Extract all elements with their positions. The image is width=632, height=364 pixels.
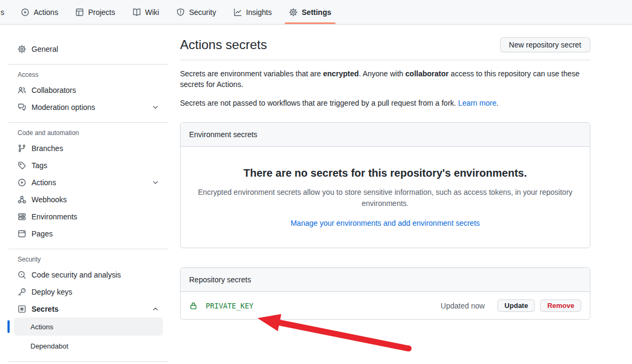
graph-icon bbox=[233, 8, 242, 17]
sidebar-item-code-security-and-analysis[interactable]: Code security and analysis bbox=[9, 266, 168, 283]
sidebar-item-label: Moderation options bbox=[32, 103, 95, 112]
sidebar-divider bbox=[9, 64, 168, 65]
sidebar-item-moderation-options[interactable]: Moderation options bbox=[9, 99, 168, 116]
lock-icon bbox=[189, 302, 198, 310]
sidebar-item-collaborators[interactable]: Collaborators bbox=[9, 82, 168, 99]
sidebar-item-label: Branches bbox=[32, 144, 63, 153]
secrets-intro-paragraph: Secrets are environment variables that a… bbox=[180, 68, 590, 90]
tab-label: Settings bbox=[302, 8, 331, 17]
sidebar-item-label: Collaborators bbox=[32, 86, 76, 94]
sidebar-subitem-secrets-actions[interactable]: Actions bbox=[14, 318, 163, 336]
tab-projects[interactable]: Projects bbox=[71, 0, 120, 24]
gear-icon bbox=[289, 8, 298, 17]
intro-text: . Anyone with bbox=[359, 69, 405, 78]
tab-security[interactable]: Security bbox=[172, 0, 221, 24]
chevron-down-icon bbox=[151, 178, 160, 187]
table-icon bbox=[75, 8, 84, 17]
asterisk-box-icon bbox=[18, 305, 26, 313]
environment-secrets-box: Environment secrets There are no secrets… bbox=[180, 122, 590, 248]
book-icon bbox=[132, 8, 141, 17]
tab-label: Actions bbox=[34, 8, 58, 17]
intro-text: Secrets are not passed to workflows that… bbox=[180, 99, 458, 107]
sidebar-item-label: Secrets bbox=[32, 305, 59, 313]
intro-bold-collaborator: collaborator bbox=[405, 69, 449, 78]
settings-sidebar: General Access Collaborators Moderation … bbox=[0, 25, 168, 364]
sidebar-item-tags[interactable]: Tags bbox=[9, 157, 168, 174]
intro-text: Secrets are environment variables that a… bbox=[180, 69, 323, 78]
gear-icon bbox=[18, 45, 26, 53]
server-icon bbox=[18, 212, 26, 221]
sidebar-divider bbox=[9, 361, 168, 362]
tab-actions[interactable]: Actions bbox=[17, 0, 63, 24]
sidebar-item-webhooks[interactable]: Webhooks bbox=[9, 191, 168, 208]
chevron-up-icon bbox=[151, 305, 160, 313]
page-title: Actions secrets bbox=[180, 37, 267, 52]
learn-more-link[interactable]: Learn more bbox=[458, 99, 497, 107]
blankslate-title: There are no secrets for this repository… bbox=[187, 167, 583, 179]
secret-row: PRIVATE_KEY Updated now Update Remove bbox=[181, 292, 590, 319]
repository-secrets-header: Repository secrets bbox=[181, 268, 590, 292]
comment-discussion-icon bbox=[18, 103, 26, 112]
sidebar-item-actions[interactable]: Actions bbox=[9, 174, 168, 191]
tab-label: Insights bbox=[246, 8, 272, 17]
play-icon bbox=[18, 178, 26, 187]
sidebar-item-deploy-keys[interactable]: Deploy keys bbox=[9, 283, 168, 300]
sidebar-item-label: Pages bbox=[32, 230, 53, 238]
intro-bold-encrypted: encrypted bbox=[323, 69, 359, 78]
sidebar-item-label: Webhooks bbox=[32, 195, 67, 204]
intro-text: . bbox=[496, 99, 498, 107]
sidebar-item-label: Deploy keys bbox=[32, 288, 72, 296]
remove-secret-button[interactable]: Remove bbox=[540, 299, 581, 312]
key-icon bbox=[18, 288, 26, 296]
sidebar-section-code-and-automation: Code and automation bbox=[9, 129, 168, 137]
webhook-icon bbox=[18, 195, 26, 204]
manage-environments-link[interactable]: Manage your environments and add environ… bbox=[291, 219, 480, 227]
update-secret-button[interactable]: Update bbox=[497, 299, 535, 312]
sidebar-divider bbox=[9, 249, 168, 249]
sidebar-subitem-secrets-dependabot[interactable]: Dependabot bbox=[14, 337, 163, 355]
tab-wiki[interactable]: Wiki bbox=[128, 0, 163, 24]
blankslate-description: Encrypted environment secrets allow you … bbox=[187, 187, 583, 209]
sidebar-section-security: Security bbox=[9, 256, 168, 263]
tab-settings[interactable]: Settings bbox=[285, 0, 335, 24]
sidebar-subitem-label: Dependabot bbox=[30, 342, 68, 350]
header-divider bbox=[180, 60, 590, 60]
sidebar-section-access: Access bbox=[9, 71, 168, 78]
sidebar-item-environments[interactable]: Environments bbox=[9, 208, 168, 225]
sidebar-item-pages[interactable]: Pages bbox=[9, 225, 168, 242]
people-icon bbox=[18, 86, 26, 94]
sidebar-item-label: General bbox=[32, 45, 58, 53]
shield-icon bbox=[176, 8, 185, 17]
tag-icon bbox=[18, 161, 26, 170]
secret-updated-timestamp: Updated now bbox=[441, 302, 485, 310]
git-branch-icon bbox=[18, 144, 26, 153]
chevron-down-icon bbox=[151, 103, 160, 112]
tab-insights[interactable]: Insights bbox=[229, 0, 276, 24]
sidebar-divider bbox=[9, 122, 168, 123]
sidebar-item-branches[interactable]: Branches bbox=[9, 140, 168, 157]
tab-label: Projects bbox=[88, 8, 115, 17]
new-repository-secret-button[interactable]: New repository secret bbox=[500, 37, 590, 52]
play-icon bbox=[21, 8, 29, 17]
sidebar-item-secrets[interactable]: Secrets bbox=[9, 300, 168, 318]
browser-icon bbox=[18, 230, 26, 238]
repo-tab-bar: s Actions Projects Wiki Security Insight… bbox=[0, 0, 632, 25]
repository-secrets-box: Repository secrets PRIVATE_KEY Updated n… bbox=[180, 267, 590, 320]
tab-label: Wiki bbox=[145, 8, 159, 17]
fork-note-paragraph: Secrets are not passed to workflows that… bbox=[180, 98, 590, 108]
sidebar-item-label: Actions bbox=[32, 178, 56, 187]
sidebar-item-label: Environments bbox=[32, 212, 77, 221]
partial-tab-fragment[interactable]: s bbox=[1, 8, 5, 17]
environment-secrets-blankslate: There are no secrets for this repository… bbox=[181, 147, 590, 248]
sidebar-item-label: Code security and analysis bbox=[32, 271, 121, 279]
sidebar-item-general[interactable]: General bbox=[9, 41, 168, 58]
actions-secrets-panel: Actions secrets New repository secret Se… bbox=[180, 25, 590, 320]
codescan-icon bbox=[18, 271, 26, 279]
tab-label: Security bbox=[189, 8, 216, 17]
secret-name: PRIVATE_KEY bbox=[206, 302, 253, 310]
sidebar-subitem-label: Actions bbox=[30, 323, 53, 331]
environment-secrets-header: Environment secrets bbox=[181, 123, 590, 147]
sidebar-item-label: Tags bbox=[32, 161, 48, 170]
